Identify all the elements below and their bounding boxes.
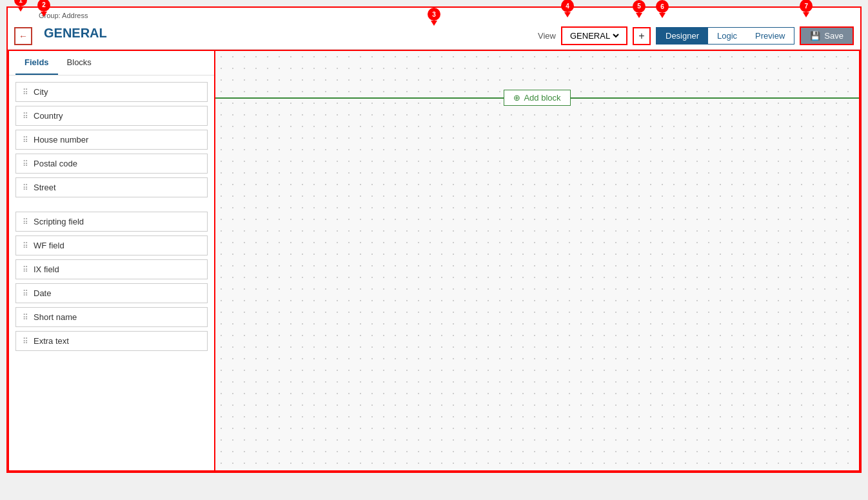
sidebar-tab-blocks[interactable]: Blocks <box>58 51 101 75</box>
annotation-6-triangle <box>659 13 666 18</box>
field-label-wf-field: WF field <box>34 241 64 250</box>
field-label-postal-code: Postal code <box>34 159 77 168</box>
field-item-house-number[interactable]: ⠿ House number <box>15 130 208 150</box>
annotation-3-triangle <box>431 21 437 26</box>
drag-handle-country: ⠿ <box>23 112 28 121</box>
save-label: Save <box>824 31 843 41</box>
drag-handle-extra-text: ⠿ <box>23 337 28 346</box>
save-icon: 💾 <box>810 31 820 41</box>
sidebar-tab-fields[interactable]: Fields <box>15 51 58 75</box>
add-block-label: Add block <box>524 93 560 103</box>
add-block-icon: ⊕ <box>513 93 520 103</box>
sidebar-tabs: Fields Blocks <box>9 51 214 75</box>
save-button[interactable]: 💾 Save <box>800 26 854 45</box>
annotation-1: 1 <box>14 0 27 12</box>
view-select-wrapper: 4 GENERAL <box>561 26 627 45</box>
field-item-postal-code[interactable]: ⠿ Postal code <box>15 154 208 174</box>
save-wrapper: 7 💾 Save <box>800 26 854 45</box>
drag-handle-house-number: ⠿ <box>23 135 28 145</box>
canvas-area: ⊕ Add block <box>215 51 859 470</box>
tabs-wrapper: 6 Designer Logic Preview <box>656 27 794 45</box>
drag-handle-city: ⠿ <box>23 88 28 97</box>
annotation-4-triangle <box>564 12 571 17</box>
add-view-wrapper: 5 + <box>633 27 651 45</box>
main-content: Fields Blocks ⠿ City ⠿ Country ⠿ House n… <box>8 50 860 472</box>
annotation-5: 5 <box>633 0 646 18</box>
add-block-line-left <box>215 97 504 99</box>
group-label: Group: Address <box>39 12 107 19</box>
header-right: View 4 GENERAL 5 + <box>538 26 854 45</box>
annotation-7-triangle <box>803 12 809 17</box>
add-block-line-right <box>571 97 859 99</box>
field-item-ix-field[interactable]: ⠿ IX field <box>15 259 208 279</box>
field-item-street[interactable]: ⠿ Street <box>15 177 208 197</box>
view-dropdown[interactable]: GENERAL <box>567 30 621 41</box>
fields-divider <box>15 201 208 208</box>
annotation-5-triangle <box>636 13 642 18</box>
field-item-scripting-field[interactable]: ⠿ Scripting field <box>15 212 208 232</box>
view-label: View <box>538 31 556 41</box>
drag-handle-short-name: ⠿ <box>23 313 28 322</box>
field-label-ix-field: IX field <box>34 265 59 274</box>
sidebar: Fields Blocks ⠿ City ⠿ Country ⠿ House n… <box>9 51 215 470</box>
field-label-date: Date <box>34 288 51 298</box>
page-title: GENERAL <box>44 26 107 40</box>
fields-list: ⠿ City ⠿ Country ⠿ House number ⠿ Postal… <box>9 75 214 357</box>
field-item-wf-field[interactable]: ⠿ WF field <box>15 235 208 255</box>
field-label-city: City <box>34 87 48 97</box>
drag-handle-street: ⠿ <box>23 183 28 192</box>
annotation-3-wrapper: 3 <box>428 8 440 26</box>
add-block-button[interactable]: ⊕ Add block <box>504 90 570 106</box>
annotation-4: 4 <box>561 0 574 17</box>
header: Group: Address 1 ← 2 GENERAL <box>8 8 860 50</box>
field-label-street: Street <box>34 183 56 192</box>
field-label-scripting-field: Scripting field <box>34 217 84 226</box>
field-item-city[interactable]: ⠿ City <box>15 82 208 102</box>
drag-handle-postal-code: ⠿ <box>23 159 28 168</box>
field-item-extra-text[interactable]: ⠿ Extra text <box>15 331 208 351</box>
back-button[interactable]: ← <box>14 27 32 45</box>
view-select[interactable]: GENERAL <box>561 26 627 45</box>
field-item-date[interactable]: ⠿ Date <box>15 283 208 303</box>
app-container: Group: Address 1 ← 2 GENERAL <box>6 6 862 473</box>
tab-logic[interactable]: Logic <box>708 28 746 44</box>
add-view-button[interactable]: + <box>633 27 651 45</box>
field-label-house-number: House number <box>34 135 88 145</box>
drag-handle-wf-field: ⠿ <box>23 241 28 250</box>
header-left: Group: Address 1 ← 2 GENERAL <box>14 12 107 45</box>
header-left-row: 1 ← 2 GENERAL <box>14 21 107 45</box>
tab-designer[interactable]: Designer <box>656 28 708 44</box>
annotation-1-triangle <box>17 6 24 12</box>
field-item-country[interactable]: ⠿ Country <box>15 106 208 126</box>
field-label-extra-text: Extra text <box>34 336 69 346</box>
field-label-country: Country <box>34 111 63 121</box>
annotation-6: 6 <box>656 0 669 18</box>
drag-handle-ix-field: ⠿ <box>23 265 28 274</box>
back-button-wrapper: 1 ← <box>14 21 32 45</box>
tab-preview[interactable]: Preview <box>746 28 794 44</box>
mode-tabs: Designer Logic Preview <box>656 27 794 45</box>
drag-handle-scripting-field: ⠿ <box>23 217 28 226</box>
annotation-7: 7 <box>800 0 813 17</box>
title-wrapper: 2 GENERAL <box>37 26 107 41</box>
drag-handle-date: ⠿ <box>23 289 28 298</box>
add-block-row: ⊕ Add block <box>215 90 859 106</box>
field-item-short-name[interactable]: ⠿ Short name <box>15 307 208 327</box>
field-label-short-name: Short name <box>34 312 77 322</box>
